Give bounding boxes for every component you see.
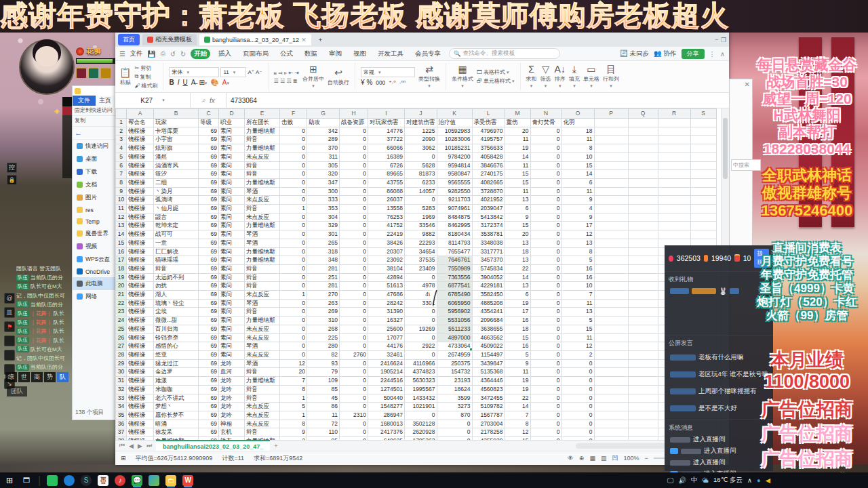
sidebar-item-Temp[interactable]: Temp bbox=[73, 216, 116, 227]
cell[interactable]: 镜桜缘 bbox=[127, 385, 154, 394]
cell[interactable]: 69 bbox=[199, 342, 219, 351]
cell[interactable]: 69 bbox=[199, 136, 219, 144]
cell[interactable]: 0 bbox=[340, 196, 368, 205]
cell[interactable] bbox=[594, 144, 628, 153]
cell[interactable]: 0 bbox=[561, 385, 594, 394]
cell[interactable]: 69 bbox=[199, 394, 219, 403]
cell[interactable] bbox=[594, 368, 628, 377]
tray-dot-icon[interactable]: ● bbox=[757, 476, 761, 484]
cell[interactable]: 0 bbox=[340, 308, 368, 317]
cell[interactable]: 战备资源 bbox=[340, 119, 368, 127]
explorer-home-tab[interactable]: 主页 bbox=[96, 96, 115, 106]
cell[interactable]: 镜桜缘 bbox=[127, 196, 154, 205]
cell[interactable]: 28242 bbox=[368, 299, 405, 308]
cell[interactable]: 16 bbox=[505, 317, 530, 325]
cell[interactable]: 12 bbox=[561, 342, 594, 351]
cell[interactable] bbox=[594, 428, 628, 437]
cell[interactable]: 12 bbox=[561, 230, 594, 239]
cell[interactable]: 老六不讲武 bbox=[154, 394, 199, 403]
cell[interactable]: 米咖咖 bbox=[154, 385, 199, 394]
print-icon[interactable]: ⎙ bbox=[160, 49, 165, 58]
cell[interactable]: 龙吟 bbox=[219, 403, 245, 411]
cell[interactable]: 百川归海 bbox=[154, 325, 199, 333]
row-header-11[interactable]: 11 bbox=[116, 205, 127, 214]
cell[interactable]: 6726 bbox=[368, 161, 405, 170]
close-tab-icon[interactable]: ✕ bbox=[301, 37, 307, 43]
ribbon-tab-6[interactable]: 视图 bbox=[350, 49, 370, 59]
cell[interactable]: 37535 bbox=[405, 256, 437, 265]
cell[interactable]: 69 bbox=[199, 264, 219, 273]
cell[interactable]: 0 bbox=[530, 342, 561, 351]
cell[interactable]: 289 bbox=[307, 136, 340, 144]
cell[interactable] bbox=[594, 385, 628, 394]
cell[interactable] bbox=[658, 127, 690, 136]
bold-button[interactable]: B bbox=[169, 79, 174, 86]
cell[interactable]: 对建筑伤害 bbox=[405, 119, 437, 127]
cell[interactable] bbox=[690, 119, 716, 127]
last-sheet-icon[interactable]: ⏭ bbox=[146, 442, 152, 449]
cell[interactable]: 5531056 bbox=[437, 317, 472, 325]
cell[interactable] bbox=[594, 317, 628, 325]
cell[interactable]: 力量维纳斯 bbox=[245, 144, 280, 153]
cell[interactable]: 0 bbox=[561, 359, 594, 368]
cell[interactable]: 0 bbox=[530, 187, 561, 196]
cell[interactable]: 0 bbox=[530, 317, 561, 325]
cell[interactable]: 15 bbox=[505, 178, 530, 187]
cell[interactable]: 镜桜缘 bbox=[127, 342, 154, 351]
cell[interactable] bbox=[690, 127, 716, 136]
cell[interactable]: 14776 bbox=[368, 127, 405, 136]
tray-dot-icon[interactable]: ◀ bbox=[766, 476, 770, 484]
cell[interactable] bbox=[594, 196, 628, 205]
cell[interactable]: 4374823 bbox=[405, 368, 437, 377]
cell[interactable]: 15 bbox=[561, 161, 594, 170]
cell[interactable]: 8 bbox=[280, 420, 307, 428]
cell[interactable]: 等级 bbox=[199, 119, 219, 127]
cell[interactable]: 6 bbox=[505, 205, 530, 214]
cell[interactable]: 225 bbox=[307, 333, 340, 342]
cell[interactable]: 0 bbox=[280, 222, 307, 230]
sort-button[interactable]: A↓排序▾ bbox=[555, 64, 566, 89]
ludashi-icon[interactable]: S bbox=[81, 475, 92, 486]
cell[interactable]: 3599 bbox=[437, 394, 472, 403]
cell[interactable]: 4796970 bbox=[472, 127, 505, 136]
cell[interactable]: 42894 bbox=[368, 273, 405, 282]
cell[interactable]: 20 bbox=[280, 368, 307, 377]
cell[interactable]: 5 bbox=[505, 350, 530, 359]
cell[interactable]: 1 bbox=[280, 291, 307, 300]
cell[interactable] bbox=[690, 161, 716, 170]
cell[interactable] bbox=[690, 205, 716, 214]
cell[interactable]: 8 bbox=[561, 144, 594, 153]
cell[interactable]: 44176 bbox=[368, 342, 405, 351]
cell[interactable] bbox=[594, 247, 628, 256]
cell[interactable]: 281 bbox=[307, 282, 340, 291]
cell[interactable] bbox=[594, 291, 628, 300]
cell[interactable]: 9784200 bbox=[437, 152, 472, 161]
cell[interactable]: 龙吟 bbox=[219, 377, 245, 386]
cell[interactable]: 素问 bbox=[219, 187, 245, 196]
cell[interactable]: 82 bbox=[307, 350, 340, 359]
cell[interactable] bbox=[594, 411, 628, 420]
cell[interactable] bbox=[628, 230, 658, 239]
sidebar-item-文档[interactable]: 文档 bbox=[73, 178, 116, 191]
cell[interactable]: 0 bbox=[280, 350, 307, 359]
cell[interactable]: 2416624 bbox=[368, 359, 405, 368]
cell[interactable]: 0 bbox=[561, 437, 594, 440]
cell[interactable]: 素问 bbox=[219, 170, 245, 179]
cell[interactable]: 38104 bbox=[368, 264, 405, 273]
cell[interactable]: 镜桜缘 bbox=[127, 239, 154, 247]
emote-icon[interactable]: 皿 bbox=[4, 307, 15, 318]
cell[interactable]: 1567787 bbox=[472, 411, 505, 420]
font-size-select[interactable]: 11▾ bbox=[220, 67, 246, 77]
cell[interactable]: 4195757 bbox=[472, 136, 505, 144]
cell[interactable] bbox=[690, 144, 716, 153]
cell[interactable]: 69 bbox=[199, 437, 219, 440]
sum-button[interactable]: Σ求和▾ bbox=[526, 64, 537, 89]
cell[interactable]: 琴酒 bbox=[245, 342, 280, 351]
cell[interactable]: 0 bbox=[530, 377, 561, 386]
cell[interactable]: 卡塔库栗 bbox=[154, 127, 199, 136]
cell[interactable]: 对玩家伤害 bbox=[368, 119, 405, 127]
cell[interactable] bbox=[628, 368, 658, 377]
cell[interactable]: 丶染月 bbox=[154, 187, 199, 196]
cell[interactable]: 0 bbox=[340, 333, 368, 342]
column-header-E[interactable]: E bbox=[245, 109, 280, 119]
